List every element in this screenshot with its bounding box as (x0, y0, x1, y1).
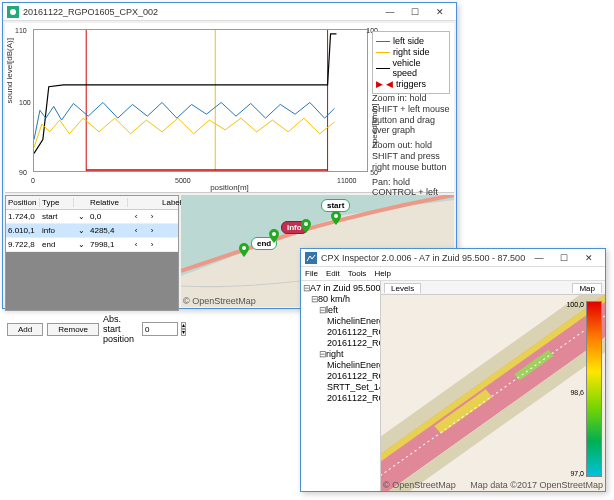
tree-node: MichelinEnergy_Set_3_left (303, 316, 378, 327)
legend-right: right side (393, 47, 430, 57)
arrow-right-icon[interactable]: › (144, 226, 160, 235)
header-position: Position (6, 198, 40, 207)
expand-icon[interactable]: ⊟ (319, 349, 326, 360)
header-type: Type (40, 198, 74, 207)
trigger-icon: ◀ (386, 79, 393, 89)
x-axis-label: position[m] (210, 183, 249, 192)
y-left-axis-label: sound level[dB(A)] (5, 38, 14, 103)
arrow-right-icon[interactable]: › (144, 212, 160, 221)
win1-title: 20161122_RGPO1605_CPX_002 (23, 7, 377, 17)
table-row[interactable]: 6.010,1 info ⌄ 4285,4 ‹ › (6, 224, 178, 238)
maximize-button[interactable]: ☐ (403, 5, 427, 19)
tree-node: MichelinEnergy_Set_3_right (303, 360, 378, 371)
scale-min: 97,0 (570, 470, 584, 477)
svg-point-7 (334, 214, 338, 218)
inspector-window: CPX Inspector 2.0.006 - A7 in Zuid 95.50… (300, 248, 606, 492)
arrow-left-icon[interactable]: ‹ (128, 212, 144, 221)
chevron-down-icon[interactable]: ⌄ (74, 240, 88, 249)
legend-swatch (376, 68, 390, 69)
svg-point-10 (242, 246, 246, 250)
help-zoom-out: Zoom out: hold SHIFT and press right mou… (372, 140, 450, 172)
map-credit-left: © OpenStreetMap (383, 480, 456, 490)
svg-point-8 (304, 222, 308, 226)
table-row[interactable]: 9.722,8 end ⌄ 7998,1 ‹ › (6, 238, 178, 252)
tree-node: 20161122_RGPO1605_CPX (303, 371, 378, 382)
legend-swatch (376, 41, 390, 42)
tree-node: 20161122_RGPO1605_CPX (303, 327, 378, 338)
legend-speed: vehicle speed (393, 58, 446, 78)
tree-node: 20161122_RGPO1605_CPX (303, 393, 378, 404)
remove-button[interactable]: Remove (47, 323, 99, 336)
x-tick: 5000 (175, 177, 191, 184)
win1-titlebar[interactable]: 20161122_RGPO1605_CPX_002 — ☐ ✕ (3, 3, 456, 21)
svg-point-1 (10, 9, 16, 15)
color-gradient (586, 301, 602, 477)
map-pin-icon[interactable] (239, 243, 249, 257)
map-pin-icon[interactable] (269, 229, 279, 243)
project-tree[interactable]: ⊟A7 in Zuid 95.500 - 87.500 ⊟80 km/h ⊟le… (301, 281, 381, 491)
win2-title: CPX Inspector 2.0.006 - A7 in Zuid 95.50… (321, 253, 526, 263)
tree-node: ⊟A7 in Zuid 95.500 - 87.500 (303, 283, 378, 294)
maximize-button[interactable]: ☐ (552, 251, 576, 265)
win2-titlebar[interactable]: CPX Inspector 2.0.006 - A7 in Zuid 95.50… (301, 249, 605, 267)
help-zoom-in: Zoom in: hold SHIFT + left mouse button … (372, 93, 450, 136)
scale-max: 100,0 (566, 301, 584, 308)
menu-help[interactable]: Help (374, 269, 390, 278)
tree-node: ⊟80 km/h (303, 294, 378, 305)
x-tick: 0 (31, 177, 35, 184)
abs-start-input[interactable] (142, 322, 178, 336)
map-credit-right: Map data ©2017 OpenStreetMap (470, 480, 603, 490)
tree-node: ⊟left (303, 305, 378, 316)
header-relative: Relative (88, 198, 128, 207)
tree-node: SRTT_Set_14_right (303, 382, 378, 393)
arrow-left-icon[interactable]: ‹ (128, 226, 144, 235)
x-tick: 11000 (337, 177, 356, 184)
chevron-down-icon[interactable]: ⌄ (74, 226, 88, 235)
close-button[interactable]: ✕ (577, 251, 601, 265)
map-pin-icon[interactable] (331, 211, 341, 225)
tab-levels[interactable]: Levels (384, 283, 421, 293)
tree-node: ⊟right (303, 349, 378, 360)
menu-tools[interactable]: Tools (348, 269, 367, 278)
tree-node: 20161122_RGPO1605_CPX (303, 338, 378, 349)
minimize-button[interactable]: — (378, 5, 402, 19)
app-icon (7, 6, 19, 18)
tab-map[interactable]: Map (572, 283, 602, 293)
expand-icon[interactable]: ⊟ (319, 305, 326, 316)
arrow-left-icon[interactable]: ‹ (128, 240, 144, 249)
menu-file[interactable]: File (305, 269, 318, 278)
color-scale: 100,0 98,6 97,0 (586, 301, 602, 477)
expand-icon[interactable]: ⊟ (303, 283, 310, 294)
svg-point-9 (272, 232, 276, 236)
arrow-right-icon[interactable]: › (144, 240, 160, 249)
map-pin-icon[interactable] (301, 219, 311, 233)
y-left-tick: 90 (19, 169, 27, 176)
menu-edit[interactable]: Edit (326, 269, 340, 278)
legend-left: left side (393, 36, 424, 46)
add-button[interactable]: Add (7, 323, 43, 336)
minimize-button[interactable]: — (527, 251, 551, 265)
table-header-row: Position Type Relative Label (6, 196, 178, 210)
scale-mid: 98,6 (570, 389, 584, 396)
abs-start-label: Abs. start position (103, 314, 139, 344)
trigger-icon: ▶ (376, 79, 383, 89)
abs-start-spinner[interactable]: ▴ ▾ (181, 322, 186, 336)
legend-swatch (376, 52, 390, 53)
chart-plot[interactable] (33, 29, 368, 172)
chart-legend: left side right side vehicle speed ▶◀tri… (372, 31, 450, 94)
position-table[interactable]: Position Type Relative Label 1.724,0 sta… (5, 195, 179, 311)
detail-map[interactable]: Levels Map 100,0 98,6 97,0 (381, 281, 605, 491)
close-button[interactable]: ✕ (428, 5, 452, 19)
y-left-tick: 110 (15, 27, 27, 34)
spin-up-icon[interactable]: ▴ (181, 322, 186, 329)
expand-icon[interactable]: ⊟ (311, 294, 318, 305)
chart-area[interactable]: 90 100 110 50 100 0 5000 11000 position[… (5, 23, 454, 193)
y-left-tick: 100 (19, 99, 31, 106)
legend-triggers: triggers (396, 79, 426, 89)
spin-down-icon[interactable]: ▾ (181, 329, 186, 336)
table-row[interactable]: 1.724,0 start ⌄ 0,0 ‹ › (6, 210, 178, 224)
menubar: File Edit Tools Help (301, 267, 605, 281)
table-empty-area (6, 252, 178, 310)
chevron-down-icon[interactable]: ⌄ (74, 212, 88, 221)
map-credit-left: © OpenStreetMap (183, 296, 256, 306)
